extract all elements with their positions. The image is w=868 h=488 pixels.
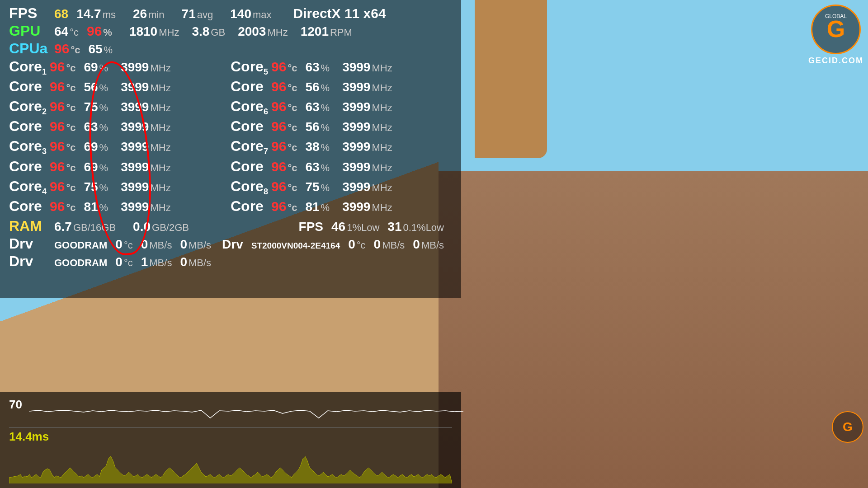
core-temp: 96 — [271, 59, 286, 74]
core-usage: 69 — [84, 160, 98, 174]
gpu-gb-unit: GB — [211, 27, 225, 38]
gpu-temp: 64 — [54, 25, 68, 39]
core-usage: 38 — [305, 140, 319, 154]
core-temp: 96 — [50, 79, 65, 94]
ram-unit1: GB/16GB — [73, 222, 116, 233]
gpu-rpm: 1201 — [301, 25, 329, 39]
core-label: Core — [9, 198, 50, 216]
core-temp: 96 — [50, 139, 65, 154]
drv1-mb1-unit: MB/s — [149, 240, 172, 251]
graph-ms-label: 14.4ms — [9, 430, 49, 443]
drv3-mb2: 0 — [180, 255, 187, 269]
drv1-mb2-unit: MB/s — [189, 240, 211, 251]
core-row-cores_left-7: Core96°c81%3999MHz — [9, 197, 231, 217]
cores-right: Core596°c63%3999MHzCore96°c56%3999MHzCor… — [231, 58, 452, 218]
gecid-logo: G GLOBAL GECID.COM — [808, 5, 863, 66]
drv2-temp-unit: °c — [357, 240, 366, 251]
fps-ms: 14.7 — [76, 7, 101, 21]
drv1-name: GOODRAM — [54, 240, 107, 251]
core-row-cores_left-1: Core96°c56%3999MHz — [9, 78, 231, 98]
core-mhz: 3999 — [121, 140, 149, 154]
fps-min-unit: min — [148, 9, 164, 20]
core-row-cores_left-2: Core296°c75%3999MHz — [9, 98, 231, 117]
core-mhz: 3999 — [121, 61, 149, 75]
core-row-cores_left-3: Core96°c63%3999MHz — [9, 117, 231, 137]
core-label: Core — [231, 118, 271, 136]
core-mhz: 3999 — [121, 160, 149, 174]
gpu-mhz: 1810 — [129, 25, 157, 39]
ms-graph — [9, 445, 452, 483]
core-usage: 81 — [305, 200, 319, 214]
core-mhz: 3999 — [342, 140, 370, 154]
core-label: Core8 — [231, 178, 271, 197]
core-temp: 96 — [271, 199, 286, 214]
drv2-mb1-unit: MB/s — [382, 240, 405, 251]
cpua-label: CPUa — [9, 41, 54, 56]
core-mhz: 3999 — [342, 200, 370, 214]
drv1-mb2: 0 — [180, 238, 187, 252]
core-row-cores_right-0: Core596°c63%3999MHz — [231, 58, 452, 78]
core-mhz: 3999 — [342, 61, 370, 75]
core-temp: 96 — [50, 199, 65, 214]
core-mhz: 3999 — [342, 120, 370, 134]
core-temp: 96 — [271, 179, 286, 194]
drv2-name: ST2000VN004-2E4164 — [251, 241, 340, 251]
core-usage: 63 — [305, 160, 319, 174]
gpu-mhz-unit: MHz — [159, 27, 179, 38]
core-row-cores_left-0: Core196°c69%3999MHz — [9, 58, 231, 78]
core-mhz: 3999 — [121, 100, 149, 114]
core-temp: 96 — [271, 79, 286, 94]
gpu-mhz2-unit: MHz — [267, 27, 288, 38]
cpua-temp: 96 — [54, 41, 69, 56]
drv2-mb1: 0 — [374, 238, 381, 252]
fps-bottom-unit2: 0.1%Low — [403, 222, 444, 233]
core-temp: 96 — [271, 99, 286, 114]
fps-label: FPS — [9, 5, 54, 21]
directx: DirectX 11 x64 — [293, 6, 386, 21]
core-row-cores_right-1: Core96°c56%3999MHz — [231, 78, 452, 98]
core-label: Core — [9, 159, 50, 177]
drv2-mb2-unit: MB/s — [421, 240, 444, 251]
svg-text:GLOBAL: GLOBAL — [825, 13, 847, 19]
core-label: Core7 — [231, 138, 271, 156]
core-label: Core6 — [231, 99, 271, 117]
game-scene — [439, 0, 868, 488]
core-usage: 56 — [305, 120, 319, 134]
fps-ms-unit: ms — [103, 9, 116, 20]
core-row-cores_right-7: Core96°c81%3999MHz — [231, 197, 452, 217]
svg-text:G: G — [827, 16, 845, 42]
drv2-label: Drv — [222, 238, 243, 252]
fps-value: 68 — [54, 7, 68, 21]
drv3-row: Drv GOODRAM 0 °c 1 MB/s 0 MB/s — [9, 253, 452, 270]
drv2-mb2: 0 — [413, 238, 420, 252]
gpu-row: GPU 64 °c 96 % 1810 MHz 3.8 GB 2003 MHz … — [9, 22, 452, 40]
core-usage: 56 — [305, 80, 319, 94]
drv1-temp: 0 — [115, 238, 123, 252]
core-label: Core4 — [9, 178, 50, 197]
hud-overlay: FPS 68 14.7 ms 26 min 71 avg 140 max Dir… — [0, 0, 461, 298]
core-temp: 96 — [50, 179, 65, 194]
drv3-temp-unit: °c — [124, 258, 133, 268]
drv1-label: Drv — [9, 236, 54, 252]
core-mhz: 3999 — [342, 160, 370, 174]
fps-row: FPS 68 14.7 ms 26 min 71 avg 140 max Dir… — [9, 5, 452, 22]
drv3-mb1-unit: MB/s — [149, 258, 172, 268]
core-label: Core3 — [9, 138, 50, 156]
cores-section: Core196°c69%3999MHzCore96°c56%3999MHzCor… — [9, 58, 452, 218]
core-usage: 81 — [84, 200, 98, 214]
fps-max: 140 — [230, 7, 251, 21]
fps-bottom-val1: 46 — [331, 220, 345, 234]
drv3-mb1: 1 — [141, 255, 148, 269]
drv2-temp: 0 — [348, 238, 355, 252]
core-usage: 75 — [84, 100, 98, 114]
core-row-cores_left-6: Core496°c75%3999MHz — [9, 178, 231, 197]
core-mhz: 3999 — [121, 80, 149, 94]
core-row-cores_right-4: Core796°c38%3999MHz — [231, 137, 452, 157]
drv3-temp: 0 — [115, 255, 123, 269]
drv3-name: GOODRAM — [54, 258, 107, 268]
core-row-cores_right-2: Core696°c63%3999MHz — [231, 98, 452, 117]
core-temp: 96 — [50, 159, 65, 174]
ram-val1: 6.7 — [54, 220, 72, 234]
drv3-label: Drv — [9, 253, 54, 269]
core-row-cores_right-6: Core896°c75%3999MHz — [231, 178, 452, 197]
